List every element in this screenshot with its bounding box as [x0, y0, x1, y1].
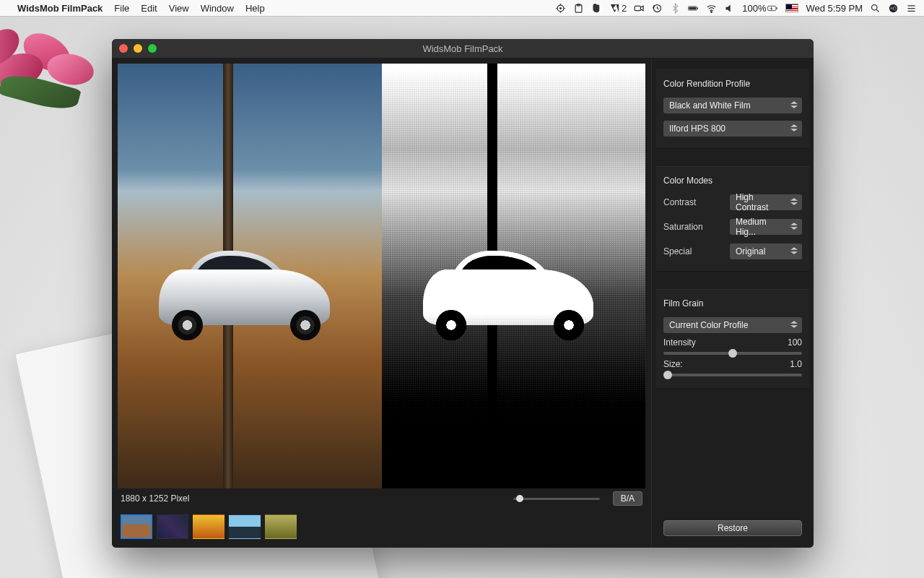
- svg-rect-7: [697, 7, 698, 9]
- battery-icon[interactable]: [688, 3, 699, 14]
- siri-icon[interactable]: [888, 3, 899, 14]
- menu-help[interactable]: Help: [245, 3, 265, 14]
- window-title: WidsMob FilmPack: [422, 43, 502, 54]
- notification-center-icon[interactable]: [906, 3, 917, 14]
- menubar-clock[interactable]: Wed 5:59 PM: [806, 3, 863, 14]
- timemachine-icon[interactable]: [652, 3, 663, 14]
- image-dimensions: 1880 x 1252 Pixel: [121, 493, 189, 504]
- thumbnail-4[interactable]: [229, 514, 261, 539]
- panel-title: Film Grain: [663, 298, 802, 309]
- volume-icon[interactable]: [724, 3, 735, 14]
- desktop-prop-flowers: [0, 14, 130, 101]
- thumbnail-1[interactable]: [121, 514, 152, 539]
- intensity-slider[interactable]: [663, 352, 802, 355]
- macos-menubar: WidsMob FilmPack File Edit View Window H…: [0, 0, 924, 16]
- grain-profile-select[interactable]: Current Color Profile: [663, 317, 802, 333]
- preview-before: [118, 64, 382, 488]
- panel-color-rendition: Color Rendition Profile Black and White …: [656, 69, 809, 149]
- controls-sidebar: Color Rendition Profile Black and White …: [651, 58, 814, 548]
- film-stock-select[interactable]: Ilford HPS 800: [663, 121, 802, 137]
- film-type-select[interactable]: Black and White Film: [663, 98, 802, 113]
- window-zoom-button[interactable]: [148, 44, 157, 53]
- size-label: Size:: [663, 359, 683, 369]
- spotlight-icon[interactable]: [870, 3, 881, 14]
- saturation-label: Saturation: [663, 222, 703, 232]
- special-select[interactable]: Original: [730, 243, 802, 259]
- clipboard-icon[interactable]: [573, 3, 584, 14]
- menu-edit[interactable]: Edit: [141, 3, 157, 14]
- preview-after: [382, 64, 646, 488]
- size-value: 1.0: [790, 359, 802, 369]
- input-source-flag[interactable]: [785, 4, 798, 12]
- bluetooth-icon[interactable]: [670, 3, 681, 14]
- menu-window[interactable]: Window: [201, 3, 234, 14]
- facetime-icon[interactable]: [634, 3, 645, 14]
- adobe-icon[interactable]: 2: [609, 3, 627, 14]
- panel-title: Color Modes: [663, 176, 802, 186]
- thumbnail-strip: [112, 509, 651, 548]
- window-close-button[interactable]: [119, 44, 128, 53]
- svg-rect-10: [777, 7, 777, 9]
- contrast-select[interactable]: High Contrast: [730, 194, 802, 210]
- special-label: Special: [663, 246, 692, 256]
- wifi-icon[interactable]: [706, 3, 717, 14]
- preview-canvas[interactable]: [118, 64, 645, 488]
- location-icon[interactable]: [555, 3, 566, 14]
- size-slider[interactable]: [663, 374, 802, 376]
- before-after-toggle[interactable]: B/A: [613, 491, 642, 506]
- zoom-slider[interactable]: [513, 498, 600, 500]
- panel-film-grain: Film Grain Current Color Profile Intensi…: [656, 289, 809, 389]
- app-window: WidsMob FilmPack 1880 x 1252 Pixel B/A: [112, 39, 814, 548]
- battery-percent: 100%: [742, 3, 778, 14]
- svg-point-1: [560, 7, 562, 9]
- panel-color-modes: Color Modes Contrast High Contrast Satur…: [656, 166, 809, 272]
- svg-point-8: [711, 11, 712, 12]
- contrast-label: Contrast: [663, 197, 696, 207]
- window-minimize-button[interactable]: [134, 44, 142, 53]
- intensity-label: Intensity: [663, 337, 696, 348]
- svg-rect-6: [689, 7, 697, 9]
- restore-button[interactable]: Restore: [663, 520, 802, 536]
- titlebar[interactable]: WidsMob FilmPack: [112, 39, 814, 58]
- saturation-select[interactable]: Medium Hig...: [730, 219, 802, 235]
- thumbnail-5[interactable]: [265, 514, 297, 539]
- menu-view[interactable]: View: [169, 3, 189, 14]
- app-name[interactable]: WidsMob FilmPack: [17, 3, 103, 14]
- panel-title: Color Rendition Profile: [663, 79, 802, 89]
- svg-point-11: [872, 4, 878, 10]
- evernote-icon[interactable]: [591, 3, 602, 14]
- svg-rect-3: [635, 6, 640, 10]
- menu-file[interactable]: File: [114, 3, 129, 14]
- intensity-value: 100: [788, 337, 802, 348]
- thumbnail-3[interactable]: [193, 514, 225, 539]
- thumbnail-2[interactable]: [157, 514, 188, 539]
